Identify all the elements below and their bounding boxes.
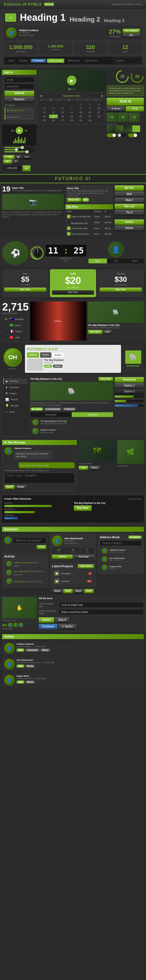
fa-share-1[interactable]: Share bbox=[40, 648, 50, 652]
upload-btn[interactable]: ⬆ Up bbox=[126, 106, 144, 111]
cal-day-17[interactable]: 17 bbox=[94, 110, 103, 114]
cal-day-13[interactable]: 13 bbox=[58, 110, 67, 114]
fa-like-3[interactable]: Like bbox=[16, 680, 24, 684]
fa-reply-2[interactable]: Reply bbox=[25, 664, 35, 668]
article-buy-btn[interactable]: Buy Now bbox=[99, 377, 113, 381]
share-badge[interactable]: 0 Shared bbox=[63, 407, 76, 410]
buy-plan-3[interactable]: Buy Now bbox=[100, 288, 142, 291]
cal-day-25[interactable]: 25 bbox=[40, 119, 49, 122]
photo-info-btn[interactable]: Info bbox=[103, 330, 112, 334]
slider-track-3[interactable] bbox=[4, 151, 35, 152]
video-play-icon[interactable]: ▶ bbox=[67, 76, 77, 85]
btn-delete[interactable]: Delete bbox=[115, 226, 144, 231]
cal-day-20[interactable]: 20 bbox=[58, 115, 67, 118]
slider-track-2[interactable] bbox=[4, 149, 35, 150]
cal-day-15[interactable]: 15 bbox=[77, 110, 85, 114]
map-btn-1[interactable]: View bbox=[78, 466, 88, 469]
kit-green-btn[interactable]: Button bbox=[27, 352, 39, 358]
form-input-2[interactable] bbox=[59, 609, 144, 615]
sidebar-item-bat[interactable]: 💡 Bat light bbox=[3, 402, 28, 409]
nav-item-contacts[interactable]: CONTACTS bbox=[83, 59, 100, 63]
reply-textarea[interactable] bbox=[5, 473, 75, 483]
address-search[interactable] bbox=[100, 540, 142, 546]
twitter-btn[interactable]: ✦ Twitter bbox=[58, 624, 76, 629]
prev-month-icon[interactable]: ◀ bbox=[40, 94, 42, 97]
sidebar-item-play[interactable]: ▶ The Play bbox=[3, 378, 28, 384]
cal-day-16[interactable]: 16 bbox=[85, 110, 94, 114]
nav-back-2[interactable]: Back bbox=[74, 589, 83, 593]
cal-day-27[interactable]: 27 bbox=[58, 119, 67, 122]
sidebar-item-download[interactable]: ⬇ Download bbox=[3, 384, 28, 390]
cal-day-30[interactable]: 30 bbox=[85, 119, 94, 122]
cal-day-4[interactable]: 4 bbox=[40, 107, 49, 110]
cal-day-7[interactable]: 7 bbox=[67, 107, 76, 110]
btn-get[interactable]: GET bbox=[22, 155, 31, 159]
kit-like[interactable]: Like bbox=[44, 364, 52, 368]
add-game-btn[interactable]: Add Game bbox=[78, 564, 94, 568]
nav-back-1[interactable]: Back bbox=[52, 589, 62, 593]
cal-day-14[interactable]: 14 bbox=[67, 110, 76, 114]
kit-share[interactable]: Share bbox=[53, 364, 63, 368]
tab-more[interactable]: More bbox=[125, 259, 144, 263]
cal-day-6[interactable]: 6 bbox=[58, 107, 67, 110]
nav-next-2[interactable]: Next bbox=[84, 589, 94, 593]
play-button[interactable]: ▶ bbox=[16, 127, 23, 134]
btn-set[interactable]: SET bbox=[3, 159, 12, 163]
checkbox-3[interactable]: ✓ bbox=[67, 226, 71, 230]
facebook-btn[interactable]: f Connect bbox=[31, 59, 46, 62]
prev-icon[interactable]: ⏮ bbox=[11, 129, 14, 132]
buy-plan-2[interactable]: Buy Now bbox=[52, 290, 94, 294]
submit-btn[interactable]: Submit bbox=[39, 617, 54, 622]
btn-arrow[interactable]: ▶ bbox=[16, 155, 22, 159]
slider-thumb-1[interactable] bbox=[21, 146, 24, 149]
cal-day-28[interactable]: 28 bbox=[67, 119, 76, 122]
nav-item-1[interactable]: Top 0 bbox=[6, 59, 16, 63]
checkbox-2[interactable] bbox=[67, 220, 71, 224]
vpl-button[interactable]: VPL bbox=[122, 33, 140, 37]
btn-dark-1[interactable]: Option 2 bbox=[115, 389, 144, 394]
buy-now-btn[interactable]: Buy now bbox=[67, 198, 81, 202]
search-input[interactable] bbox=[113, 58, 140, 64]
message-btn[interactable]: Message bbox=[74, 555, 94, 558]
nav-item-main[interactable]: MAIN PAGE bbox=[47, 59, 64, 63]
cal-day-19-today[interactable]: 19 bbox=[49, 115, 58, 118]
cal-day-23[interactable]: 23 bbox=[85, 115, 94, 118]
toggle-3[interactable] bbox=[128, 133, 138, 137]
cal-day-3[interactable]: 3 bbox=[94, 103, 103, 106]
radio-vn[interactable] bbox=[4, 336, 8, 339]
tab-apps[interactable]: Apps bbox=[88, 259, 107, 263]
btn-1[interactable]: 1 bbox=[13, 159, 19, 163]
comment-badge[interactable]: 3 Comments bbox=[44, 407, 61, 410]
cal-day-21[interactable]: 21 bbox=[67, 115, 76, 118]
send-btn[interactable]: Send bbox=[5, 485, 14, 488]
map-btn-2[interactable]: Share bbox=[89, 466, 100, 469]
create-buy-btn[interactable]: Buy Now bbox=[74, 506, 91, 511]
skip-btn[interactable]: Skip It bbox=[55, 617, 69, 622]
video-play-btn[interactable]: ▶ bbox=[67, 76, 77, 85]
slider-thumb-3[interactable] bbox=[25, 150, 29, 153]
photo-buy-btn[interactable]: Buy Now bbox=[88, 330, 102, 334]
toggle-1[interactable] bbox=[107, 133, 116, 137]
password-input[interactable] bbox=[5, 84, 34, 89]
fa-like-2[interactable]: Like bbox=[16, 664, 24, 668]
nav-next-1[interactable]: Next bbox=[63, 589, 73, 593]
radio-au[interactable] bbox=[4, 317, 8, 321]
fa-comment-1[interactable]: Comment bbox=[25, 648, 39, 652]
nav-item-2[interactable]: Forums bbox=[17, 59, 30, 63]
next-month-icon[interactable]: ▶ bbox=[101, 94, 103, 97]
btn-gray-1[interactable]: Option 1 bbox=[115, 383, 144, 388]
cal-day-11[interactable]: 11 bbox=[40, 110, 49, 114]
like-badge[interactable]: 45 Liked bbox=[30, 407, 43, 410]
radio-fr[interactable] bbox=[4, 329, 8, 333]
tab-messages[interactable]: Messages bbox=[30, 412, 72, 417]
cal-day-12[interactable]: 12 bbox=[49, 110, 58, 114]
thumb-2[interactable]: 🌿 bbox=[118, 113, 129, 122]
btn-ok[interactable]: OK bbox=[22, 165, 30, 171]
sign-in-button[interactable]: SIGN IN bbox=[5, 91, 34, 96]
form-input-1[interactable] bbox=[59, 602, 144, 608]
get-started-button[interactable]: Get Started bbox=[122, 29, 140, 32]
tab-info[interactable]: Info bbox=[107, 259, 126, 263]
sign-in-big-button[interactable]: SIGN IN bbox=[107, 98, 144, 105]
thumb-3[interactable]: 🌿 bbox=[129, 113, 140, 122]
cal-day-1[interactable]: 1 bbox=[77, 103, 85, 106]
